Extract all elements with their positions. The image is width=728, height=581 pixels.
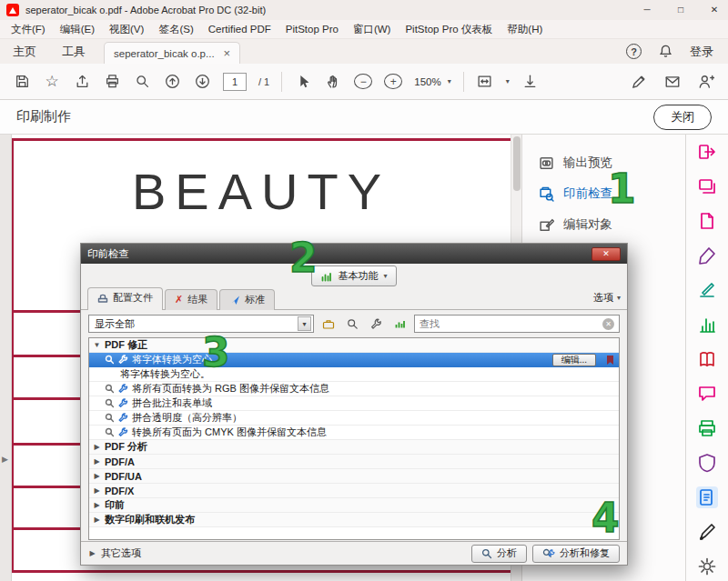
tab-profiles[interactable]: 配置文件 [87,287,163,310]
new-fixup-wrench-icon[interactable] [367,316,385,332]
document-icon[interactable] [696,210,718,232]
previous-page-icon[interactable] [163,71,181,93]
book-icon[interactable] [696,348,718,370]
profiles-list[interactable]: ▼ PDF 修正 将字体转换为空心 编辑... 将字体转换为空心。 将所有页面转… [88,337,620,540]
star-icon[interactable]: ☆ [43,71,61,93]
search-field[interactable]: ✕ [414,315,620,333]
search-input[interactable] [420,318,599,329]
green-bars-icon[interactable] [390,316,409,332]
toolbar-divider [463,72,464,92]
other-options-toggle[interactable]: ▶ 其它选项 [88,546,141,560]
triangle-right-icon[interactable]: ▶ [93,472,101,480]
triangle-right-icon[interactable]: ▶ [93,443,101,451]
notifications-bell-icon[interactable] [658,44,673,59]
group-prepress[interactable]: ▶ 印前 [89,498,619,513]
group-pdf-fixups[interactable]: ▼ PDF 修正 [89,338,619,353]
document-tab-close-icon[interactable]: × [224,46,231,60]
pen-icon[interactable] [696,245,718,266]
tab-standards[interactable]: 标准 [219,289,275,310]
maximize-button[interactable]: □ [667,0,694,20]
dialog-close-button[interactable]: ✕ [592,247,621,261]
panel-item-preflight[interactable]: 印前检查 [522,178,685,209]
panel-expand-arrow-icon[interactable]: ▶ [2,455,8,464]
tab-tools[interactable]: 工具 [49,39,98,64]
group-pdf-analysis[interactable]: ▶ PDF 分析 [89,440,619,455]
group-pdfa[interactable]: ▶ PDF/A [89,455,619,469]
favorite-flag-icon[interactable] [605,355,615,366]
save-icon[interactable] [13,71,31,93]
send-mail-icon[interactable] [663,71,682,93]
close-production-button[interactable]: 关闭 [653,105,712,130]
shield-icon[interactable] [696,452,718,474]
fit-width-icon[interactable] [476,71,494,93]
export-icon[interactable] [696,141,718,163]
sign-in-button[interactable]: 登录 [690,44,713,60]
scrollbar-thumb[interactable] [513,136,521,191]
options-dropdown-button[interactable]: 选项 ▾ [593,291,621,309]
zoom-level-dropdown[interactable]: 150% ▾ [414,76,450,87]
page-number-input[interactable] [223,73,247,91]
tab-home[interactable]: 主页 [0,39,49,64]
window-close-button[interactable]: ✕ [701,0,728,20]
fixup-wrench-icon [118,427,128,437]
new-check-magnifier-icon[interactable] [343,316,361,332]
library-dropdown-button[interactable]: 基本功能 ▾ [311,265,396,286]
list-item[interactable]: 拼合批注和表单域 [89,396,619,411]
chevron-down-icon[interactable]: ▾ [506,77,510,85]
menu-view[interactable]: 视图(V) [102,23,151,36]
tab-results[interactable]: ✗ 结果 [165,289,217,310]
group-pdfua[interactable]: ▶ PDF/UA [89,469,619,484]
add-user-icon[interactable] [697,71,715,93]
menu-window[interactable]: 窗口(W) [346,23,399,36]
triangle-down-icon[interactable]: ▼ [93,341,101,349]
edit-button[interactable]: 编辑... [552,354,596,366]
zoom-out-icon[interactable]: − [354,74,372,89]
share-icon[interactable] [73,71,91,93]
import-profile-icon[interactable] [319,316,338,332]
print-tool-icon[interactable] [696,417,718,439]
help-button[interactable]: ? [626,44,642,59]
slides-icon[interactable] [696,175,718,197]
print-icon[interactable] [103,71,121,93]
list-item[interactable]: 转换所有页面为 CMYK 图像并保留文本信息 [89,426,619,440]
panel-item-output-preview[interactable]: 输出预览 [522,147,685,178]
list-item[interactable]: 将所有页面转换为 RGB 图像并保留文本信息 [89,382,619,396]
menu-pitstop-dashboard[interactable]: PitStop Pro 仪表板 [398,23,500,36]
gear-icon[interactable] [696,556,718,577]
menu-edit[interactable]: 编辑(E) [53,23,102,36]
ink-pen-icon[interactable] [696,521,718,543]
menu-file[interactable]: 文件(F) [4,23,53,36]
dialog-titlebar[interactable]: 印前检查 ✕ [81,244,627,264]
pages-icon[interactable] [696,486,718,508]
analyze-button[interactable]: 分析 [471,545,527,563]
triangle-right-icon[interactable]: ▶ [93,516,101,524]
zoom-in-icon[interactable]: + [384,74,402,89]
menu-pitstop-pro[interactable]: PitStop Pro [278,24,346,35]
menu-sign[interactable]: 签名(S) [151,23,200,36]
search-icon[interactable] [133,71,151,93]
menu-certified-pdf[interactable]: Certified PDF [201,24,278,35]
edit-text-icon[interactable] [696,279,718,301]
menu-help[interactable]: 帮助(H) [500,23,550,36]
tab-document[interactable]: seperator_bicak o.p... × [104,42,240,64]
fill-sign-pen-icon[interactable] [630,71,648,93]
scroll-mode-icon[interactable] [521,71,540,93]
triangle-right-icon[interactable]: ▶ [93,486,101,495]
show-filter-dropdown[interactable]: 显示全部 ▾ [88,315,314,333]
group-digital-publishing[interactable]: ▶ 数字印刷和联机发布 [89,513,619,527]
list-item-selected[interactable]: 将字体转换为空心 编辑... [89,353,619,367]
left-panel-collapsed[interactable]: ▶ [0,135,12,581]
comment-icon[interactable] [696,383,718,405]
triangle-right-icon[interactable]: ▶ [93,501,101,509]
next-page-icon[interactable] [193,71,211,93]
hand-tool-icon[interactable] [324,71,342,93]
minimize-button[interactable]: ─ [633,0,661,20]
group-pdfx[interactable]: ▶ PDF/X [89,484,619,498]
select-tool-icon[interactable] [294,71,312,93]
panel-item-edit-object[interactable]: 编辑对象 [522,209,685,240]
chart-icon[interactable] [696,314,718,336]
analyze-and-fix-button[interactable]: 分析和修复 [532,545,620,563]
triangle-right-icon[interactable]: ▶ [93,457,101,466]
clear-search-icon[interactable]: ✕ [602,318,614,330]
list-item[interactable]: 拼合透明度（高分辨率） [89,411,619,426]
